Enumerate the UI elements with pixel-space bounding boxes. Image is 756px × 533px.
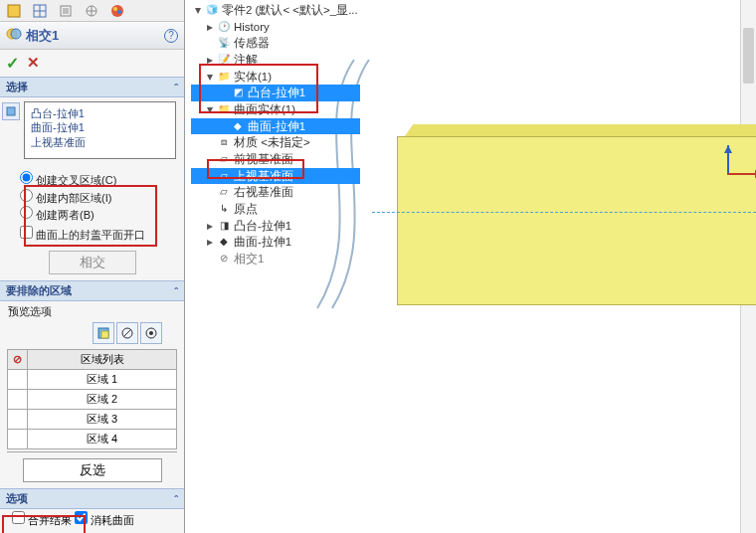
svg-line-18	[123, 329, 131, 337]
preview-label: 预览选项	[0, 301, 184, 319]
table-row[interactable]: 区域 2	[8, 390, 177, 410]
tree-item-history[interactable]: ▸🕑History	[191, 19, 360, 36]
selection-item[interactable]: 上视基准面	[31, 135, 169, 149]
preview-show-included-icon[interactable]	[93, 322, 114, 344]
collapse-icon: ˆ	[174, 285, 178, 297]
selection-filter-icon[interactable]	[2, 102, 20, 120]
tree-item-solid-bodies[interactable]: ▾📁实体(1)	[191, 69, 360, 86]
tree-root[interactable]: ▾🧊零件2 (默认< <默认>_显...	[191, 2, 360, 19]
help-icon[interactable]: ?	[164, 29, 178, 43]
flyout-feature-tree: ▾🧊零件2 (默认< <默认>_显... ▸🕑History 📡传感器 ▸📝注解…	[191, 2, 360, 267]
appearance-tab-icon[interactable]	[107, 2, 127, 20]
tree-item-surface-extrude[interactable]: ◆曲面-拉伸1	[191, 118, 360, 135]
table-empty-area	[7, 451, 177, 452]
tree-item-boss-extrude[interactable]: ◩凸台-拉伸1	[191, 85, 360, 101]
section-exclude-header[interactable]: 要排除的区域 ˆ	[0, 280, 184, 301]
surface-icon: ◆	[231, 119, 245, 133]
svg-point-13	[11, 29, 21, 39]
selection-item[interactable]: 曲面-拉伸1	[31, 120, 169, 134]
property-manager-panel: 相交1 ? ✓ ✕ 选择 ˆ 凸台-拉伸1 曲面-拉伸1 上视基准面 创建交叉区…	[0, 0, 185, 533]
pm-header: 相交1 ?	[0, 22, 184, 50]
tree-item-annotations[interactable]: ▸📝注解	[191, 52, 360, 69]
tree-item-feat-surf[interactable]: ▸◆曲面-拉伸1	[191, 234, 360, 251]
feature-tree-tab-icon[interactable]	[4, 2, 24, 20]
plane-icon: ▱	[217, 152, 231, 166]
tree-item-right-plane[interactable]: ▱右视基准面	[191, 184, 360, 201]
surface-extrude-icon: ◆	[217, 236, 231, 250]
preview-tools	[0, 319, 184, 347]
section-options-header[interactable]: 选项 ˆ	[0, 488, 184, 509]
intersect-icon: ⊘	[217, 252, 231, 266]
checkbox-cap-surface[interactable]: 曲面上的封盖平面开口	[20, 226, 164, 244]
folder-icon: 📁	[217, 70, 231, 84]
svg-point-9	[111, 5, 123, 17]
selection-list[interactable]: 凸台-拉伸1 曲面-拉伸1 上视基准面	[24, 101, 176, 159]
tree-item-surface-bodies[interactable]: ▾📁曲面实体(1)	[191, 101, 360, 118]
confirm-row: ✓ ✕	[0, 50, 184, 77]
note-icon: 📝	[217, 53, 231, 67]
svg-rect-5	[63, 8, 69, 14]
svg-point-20	[149, 331, 153, 335]
material-icon: ⧈	[217, 136, 231, 150]
region-mode-radios: 创建交叉区域(C) 创建内部区域(I) 创建两者(B)	[0, 167, 184, 226]
preview-show-both-icon[interactable]	[140, 322, 162, 344]
tree-item-sensors[interactable]: 📡传感器	[191, 35, 360, 52]
selection-item[interactable]: 凸台-拉伸1	[31, 106, 169, 120]
graphics-viewport[interactable]: ▾🧊零件2 (默认< <默认>_显... ▸🕑History 📡传感器 ▸📝注解…	[185, 0, 756, 533]
collapse-icon: ˆ	[174, 82, 178, 93]
section-selection-label: 选择	[6, 80, 28, 94]
section-options-label: 选项	[6, 491, 28, 506]
collapse-icon: ˆ	[174, 493, 178, 505]
property-tab-icon[interactable]	[30, 2, 50, 20]
radio-create-intersect[interactable]: 创建交叉区域(C)	[20, 171, 164, 189]
section-exclude-label: 要排除的区域	[6, 283, 72, 298]
table-row[interactable]: 区域 3	[8, 410, 177, 430]
svg-rect-0	[8, 5, 20, 17]
intersect-icon	[6, 26, 22, 45]
plane-icon: ▱	[217, 169, 231, 183]
table-row[interactable]: 区域 1	[8, 370, 177, 390]
folder-icon: 🕑	[217, 20, 231, 34]
panel-tab-strip	[0, 0, 184, 22]
tree-item-origin[interactable]: ↳原点	[191, 201, 360, 218]
tree-item-material[interactable]: ⧈材质 <未指定>	[191, 134, 360, 151]
region-list-header: 区域列表	[28, 350, 177, 370]
axis-line	[372, 212, 756, 213]
config-tab-icon[interactable]	[56, 2, 76, 20]
tree-item-feat-intersect[interactable]: ⊘相交1	[191, 251, 360, 267]
ok-button[interactable]: ✓	[6, 54, 19, 73]
reverse-select-button[interactable]: 反选	[23, 458, 162, 482]
extrude-icon: ◨	[217, 219, 231, 233]
svg-rect-14	[7, 107, 15, 115]
checkbox-consume-surface[interactable]: 消耗曲面	[75, 514, 134, 526]
part-icon: 🧊	[205, 3, 219, 17]
radio-create-internal[interactable]: 创建内部区域(I)	[20, 189, 164, 207]
tree-item-feat-boss[interactable]: ▸◨凸台-拉伸1	[191, 218, 360, 235]
tree-item-top-plane[interactable]: ▱上视基准面	[191, 168, 360, 185]
plane-icon: ▱	[217, 186, 231, 200]
intersect-button[interactable]: 相交	[49, 251, 136, 274]
preview-show-excluded-icon[interactable]	[116, 322, 138, 344]
folder-icon: 📁	[217, 102, 231, 116]
sensor-icon: 📡	[217, 37, 231, 51]
section-selection-header[interactable]: 选择 ˆ	[0, 77, 184, 97]
cancel-button[interactable]: ✕	[27, 54, 40, 73]
svg-point-11	[117, 10, 121, 14]
radio-create-both[interactable]: 创建两者(B)	[20, 206, 164, 224]
body-icon: ◩	[231, 87, 245, 100]
region-ban-icon: ⊘	[8, 350, 28, 370]
tree-item-front-plane[interactable]: ▱前视基准面	[191, 151, 360, 168]
model-solid-body[interactable]	[397, 124, 756, 308]
dim-tab-icon[interactable]	[82, 2, 101, 20]
svg-rect-16	[101, 331, 108, 338]
origin-icon: ↳	[217, 202, 231, 216]
checkbox-merge-result[interactable]: 合并结果	[12, 514, 72, 526]
svg-point-10	[113, 7, 117, 11]
region-table: ⊘区域列表 区域 1 区域 2 区域 3 区域 4	[7, 349, 177, 449]
pm-title: 相交1	[26, 27, 59, 45]
table-row[interactable]: 区域 4	[8, 430, 177, 449]
